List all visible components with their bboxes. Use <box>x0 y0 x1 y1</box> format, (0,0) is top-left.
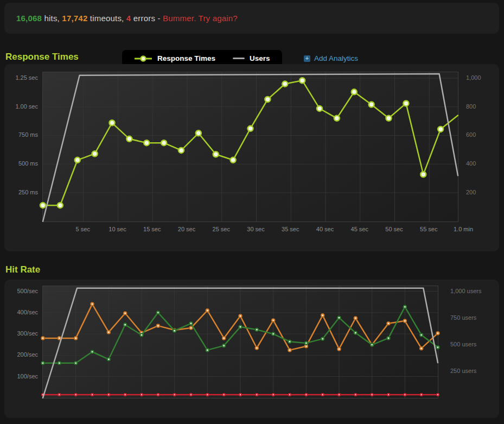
x-axis-tick-label: 50 sec <box>375 225 413 233</box>
data-point-marker[interactable] <box>265 97 270 102</box>
marker-center-dot <box>92 351 93 353</box>
y-axis-left-tick-label: 200/sec <box>4 351 38 358</box>
data-point-marker[interactable] <box>213 151 219 157</box>
summary-segment: errors <box>131 14 157 23</box>
y-axis-right-tick-label: 500 users <box>450 340 476 348</box>
data-point-marker[interactable] <box>126 136 132 142</box>
marker-center-dot <box>240 394 241 395</box>
marker-center-dot <box>207 350 208 351</box>
marker-center-dot <box>174 394 175 395</box>
marker-center-dot <box>355 318 356 319</box>
marker-center-dot <box>59 338 60 339</box>
marker-center-dot <box>141 334 143 336</box>
marker-center-dot <box>404 306 406 308</box>
data-point-marker[interactable] <box>420 172 426 177</box>
summary-segment: 17,742 <box>62 14 87 23</box>
data-point-marker[interactable] <box>75 157 80 163</box>
marker-center-dot <box>157 312 159 314</box>
data-point-marker[interactable] <box>58 202 63 208</box>
marker-center-dot <box>355 332 356 334</box>
marker-center-dot <box>75 363 76 364</box>
marker-center-dot <box>75 338 76 339</box>
marker-center-dot <box>256 329 258 331</box>
marker-center-dot <box>190 323 192 325</box>
marker-center-dot <box>108 394 109 395</box>
x-axis-tick-label: 40 sec <box>306 225 344 233</box>
marker-center-dot <box>273 394 274 395</box>
users-legend-icon[interactable] <box>233 58 245 59</box>
legend-users-label[interactable]: Users <box>250 54 270 62</box>
marker-center-dot <box>305 394 307 395</box>
data-point-marker[interactable] <box>299 78 305 83</box>
marker-center-dot <box>108 358 110 360</box>
marker-center-dot <box>272 333 274 335</box>
y-axis-right-tick-label: 200 <box>466 188 476 196</box>
data-point-marker[interactable] <box>317 106 322 111</box>
data-point-marker[interactable] <box>352 89 357 94</box>
data-point-marker[interactable] <box>403 100 409 106</box>
summary-segment: - <box>158 14 163 23</box>
marker-center-dot <box>371 344 373 346</box>
marker-center-dot <box>421 394 422 395</box>
users-line <box>43 74 458 222</box>
marker-center-dot <box>124 324 126 326</box>
marker-center-dot <box>207 394 208 395</box>
marker-center-dot <box>289 341 291 343</box>
data-point-marker[interactable] <box>282 81 288 87</box>
add-analytics-label[interactable]: Add Analytics <box>314 54 358 62</box>
legend-response-times-label[interactable]: Response Times <box>157 54 215 62</box>
data-point-marker[interactable] <box>334 116 340 121</box>
y-axis-left-tick-label: 1.25 sec <box>4 74 38 81</box>
x-axis-tick-label: 20 sec <box>168 225 206 233</box>
data-point-marker[interactable] <box>369 102 374 107</box>
add-icon[interactable]: + <box>304 55 310 62</box>
y-axis-left-tick-label: 250 ms <box>4 188 38 196</box>
marker-center-dot <box>272 320 274 321</box>
marker-center-dot <box>92 394 93 395</box>
response-times-legend-icon[interactable] <box>134 55 152 62</box>
response-times-chart-canvas <box>43 72 458 222</box>
summary-segment: 16,068 <box>16 14 42 23</box>
y-axis-right-tick-label: 600 <box>466 131 476 138</box>
marker-center-dot <box>141 394 142 395</box>
data-point-marker[interactable] <box>196 130 201 136</box>
marker-center-dot <box>420 334 422 336</box>
data-point-marker[interactable] <box>248 126 253 131</box>
data-point-marker[interactable] <box>40 202 46 208</box>
response-times-plot[interactable] <box>42 72 458 222</box>
marker-center-dot <box>59 363 60 364</box>
marker-center-dot <box>92 303 93 305</box>
data-point-marker[interactable] <box>231 157 236 163</box>
marker-center-dot <box>437 333 439 334</box>
marker-center-dot <box>223 345 225 346</box>
marker-center-dot <box>125 394 126 395</box>
data-point-marker[interactable] <box>438 126 443 132</box>
x-axis-tick-label: 5 sec <box>64 225 102 233</box>
marker-center-dot <box>437 394 438 395</box>
data-point-marker[interactable] <box>110 120 115 125</box>
marker-center-dot <box>289 350 291 351</box>
marker-center-dot <box>190 394 192 395</box>
data-point-marker[interactable] <box>92 151 98 156</box>
marker-center-dot <box>420 347 422 349</box>
marker-center-dot <box>322 338 323 340</box>
data-point-marker[interactable] <box>161 140 167 145</box>
marker-center-dot <box>355 394 356 395</box>
marker-center-dot <box>224 394 225 395</box>
data-point-marker[interactable] <box>178 148 184 153</box>
x-axis-tick-label: 25 sec <box>202 225 240 233</box>
add-analytics-link[interactable]: + Add Analytics <box>304 54 358 62</box>
marker-center-dot <box>174 330 175 332</box>
marker-center-dot <box>240 315 241 317</box>
marker-center-dot <box>124 313 126 314</box>
marker-center-dot <box>75 394 76 395</box>
summary-segment: Bummer. Try again? <box>163 14 238 23</box>
data-point-marker[interactable] <box>386 116 392 121</box>
response-times-line <box>43 80 458 205</box>
data-point-marker[interactable] <box>144 140 149 145</box>
y-axis-right-tick-label: 400 <box>466 160 476 167</box>
load-test-dashboard: 16,068 hits, 17,742 timeouts, 4 errors -… <box>0 0 504 424</box>
hit-rate-plot[interactable] <box>42 286 438 398</box>
marker-center-dot <box>305 343 307 344</box>
y-axis-left-tick-label: 500/sec <box>4 287 38 295</box>
